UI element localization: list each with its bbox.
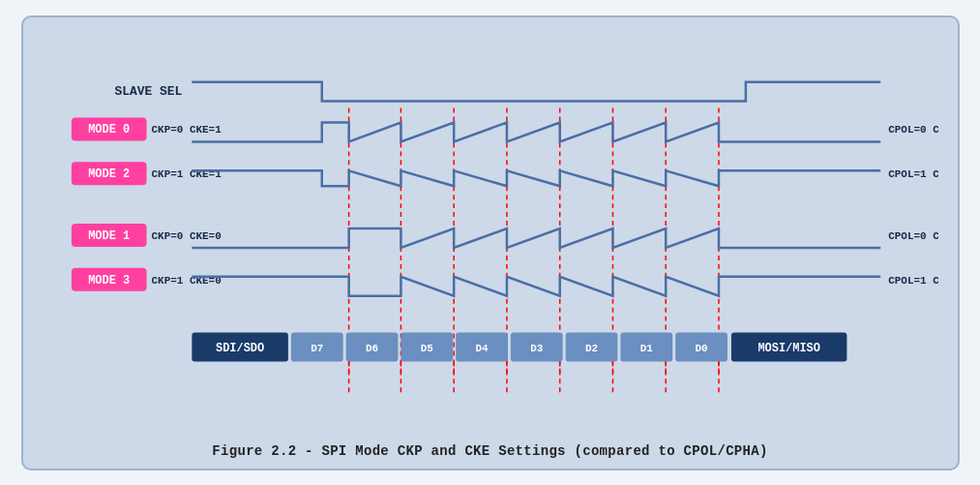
mode1-ckp-cke: CKP=0 CKE=0 [151, 229, 221, 241]
mode2-badge: MODE 2 [88, 167, 130, 181]
d1-label: D1 [639, 343, 653, 354]
d0-label: D0 [695, 343, 707, 354]
d5-label: D5 [420, 343, 432, 354]
mode0-badge: MODE 0 [88, 123, 130, 136]
outer-container: text { font-family: 'Courier New', Couri… [21, 15, 960, 470]
mode2-cpol-cpha: CPOL=1 CPHA=0 [888, 168, 938, 180]
mode0-ckp-cke: CKP=0 CKE=1 [151, 124, 222, 136]
diagram-area: text { font-family: 'Courier New', Couri… [43, 37, 938, 436]
mode1-badge: MODE 1 [88, 228, 130, 242]
d7-label: D7 [311, 343, 323, 354]
waveform-svg: text { font-family: 'Courier New', Couri… [43, 37, 938, 436]
slave-sel-label: SLAVE SEL [114, 83, 182, 98]
d4-label: D4 [475, 343, 489, 354]
sdi-sdo-label: SDI/SDO [216, 342, 264, 355]
d2-label: D2 [584, 343, 597, 354]
mosi-miso-label: MOSI/MISO [757, 342, 819, 355]
mode1-cpol-cpha: CPOL=0 CPHA=1 [888, 229, 938, 241]
mode3-cpol-cpha: CPOL=1 CPHA=1 [888, 274, 938, 286]
d6-label: D6 [365, 343, 377, 354]
mode3-badge: MODE 3 [88, 273, 130, 287]
d3-label: D3 [530, 343, 544, 354]
mode0-cpol-cpha: CPOL=0 CPHA=0 [888, 124, 938, 136]
figure-caption: Figure 2.2 - SPI Mode CKP and CKE Settin… [43, 436, 938, 459]
